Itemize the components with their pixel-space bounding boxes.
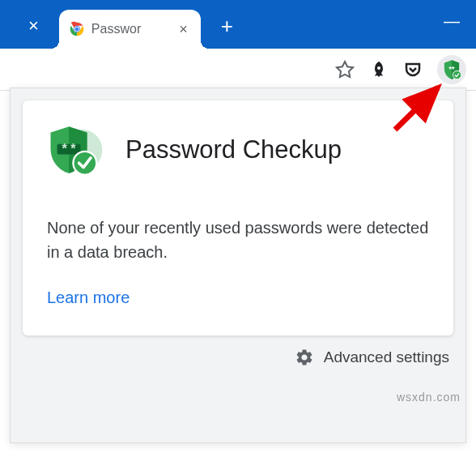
popup-title: Password Checkup [125, 135, 342, 165]
browser-toolbar: ** [0, 49, 476, 91]
password-checkup-extension-button[interactable]: ** [437, 55, 466, 84]
svg-text:* *: * * [62, 141, 76, 156]
pocket-icon[interactable] [403, 60, 423, 79]
minimize-button[interactable]: — [444, 12, 460, 31]
svg-point-2 [74, 28, 79, 32]
chrome-favicon-icon [69, 21, 85, 37]
popup-footer: Advanced settings [11, 348, 465, 378]
bookmark-star-icon[interactable] [335, 60, 355, 79]
popup-card: * * Password Checkup None of your recent… [23, 100, 453, 335]
tabs-area: × Passwor × + [0, 0, 233, 49]
active-tab[interactable]: Passwor × [59, 10, 201, 49]
popup-body-text: None of your recently used passwords wer… [47, 216, 429, 264]
gear-icon[interactable] [295, 348, 314, 367]
popup-header: * * Password Checkup [47, 121, 429, 179]
watermark-text: wsxdn.com [397, 391, 461, 404]
svg-point-10 [73, 152, 96, 175]
browser-title-bar: — × Passwor × + [0, 0, 476, 49]
learn-more-link[interactable]: Learn more [47, 288, 130, 306]
advanced-settings-link[interactable]: Advanced settings [324, 348, 449, 366]
tab-close-icon[interactable]: × [176, 21, 191, 38]
svg-point-4 [453, 71, 461, 79]
extension-popup: * * Password Checkup None of your recent… [10, 88, 466, 443]
shield-check-icon: * * [47, 121, 105, 179]
tab-title: Passwor [91, 22, 169, 36]
rocket-icon[interactable] [369, 60, 389, 79]
